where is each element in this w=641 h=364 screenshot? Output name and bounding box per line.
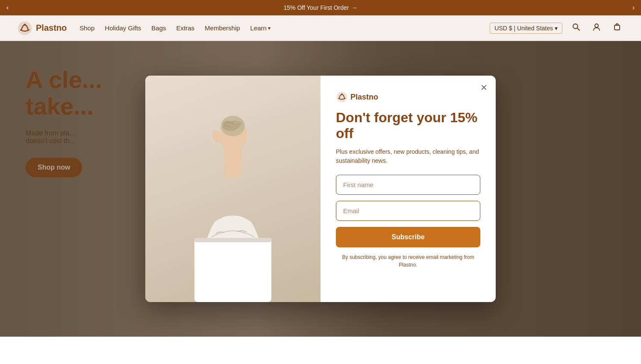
currency-selector[interactable]: USD $ | United States ▾ xyxy=(490,23,562,34)
modal-logo-text: Plastno xyxy=(350,93,378,102)
modal-disclaimer: By subscribing, you agree to receive ema… xyxy=(336,253,480,269)
email-input[interactable] xyxy=(336,201,480,221)
close-icon: ✕ xyxy=(480,82,488,93)
currency-text: USD $ | United States xyxy=(494,25,553,32)
login-button[interactable] xyxy=(590,21,603,35)
modal-close-button[interactable]: ✕ xyxy=(478,82,490,94)
announcement-prev[interactable]: ‹ xyxy=(6,4,9,12)
svg-point-16 xyxy=(337,92,347,103)
modal-wrapper: ✕ Plastno Don't forget your 15% off Plus… xyxy=(0,41,641,337)
modal-heading: Don't forget your 15% off xyxy=(336,110,480,141)
svg-rect-15 xyxy=(194,238,271,242)
svg-rect-5 xyxy=(615,25,620,30)
announcement-link[interactable]: 15% Off Your First Order → xyxy=(283,4,357,11)
header-left: Plastno Shop Holiday Gifts Bags Extras M… xyxy=(17,21,271,36)
cart-button[interactable] xyxy=(610,21,624,35)
first-name-input[interactable] xyxy=(336,175,480,195)
search-button[interactable] xyxy=(569,21,583,35)
subscribe-button[interactable]: Subscribe xyxy=(336,227,480,247)
hand-illustration xyxy=(194,101,271,178)
modal-form-panel: ✕ Plastno Don't forget your 15% off Plus… xyxy=(320,76,496,302)
hero-section: A cle... take... Made from pla... doesn'… xyxy=(0,41,641,337)
svg-point-0 xyxy=(18,21,32,35)
logo-icon xyxy=(17,21,32,36)
nav-item-extras[interactable]: Extras xyxy=(176,24,195,32)
modal-image-panel xyxy=(145,76,320,302)
modal-logo-icon xyxy=(336,91,348,103)
announcement-bar: ‹ 15% Off Your First Order → › xyxy=(0,0,641,15)
nav-item-holiday-gifts[interactable]: Holiday Gifts xyxy=(105,24,141,32)
logo-text: Plastno xyxy=(36,23,67,33)
svg-line-3 xyxy=(577,28,579,30)
header: Plastno Shop Holiday Gifts Bags Extras M… xyxy=(0,15,641,41)
trash-bag-illustration xyxy=(182,191,284,302)
nav-item-shop[interactable]: Shop xyxy=(79,24,94,32)
modal-container: ✕ Plastno Don't forget your 15% off Plus… xyxy=(145,76,496,302)
nav-item-bags[interactable]: Bags xyxy=(151,24,166,32)
search-icon xyxy=(572,23,580,33)
nav-item-learn[interactable]: Learn xyxy=(250,24,271,32)
person-icon xyxy=(592,23,601,33)
cart-icon xyxy=(613,23,621,33)
logo[interactable]: Plastno xyxy=(17,21,67,36)
announcement-next[interactable]: › xyxy=(632,4,635,12)
currency-chevron-icon: ▾ xyxy=(555,25,558,32)
svg-point-2 xyxy=(573,24,578,29)
announcement-text: 15% Off Your First Order xyxy=(283,4,349,11)
modal-logo: Plastno xyxy=(336,91,480,103)
nav-item-membership[interactable]: Membership xyxy=(205,24,240,32)
header-right: USD $ | United States ▾ xyxy=(490,21,624,35)
svg-point-4 xyxy=(595,24,598,27)
announcement-arrow: → xyxy=(352,4,358,11)
main-nav: Shop Holiday Gifts Bags Extras Membershi… xyxy=(79,24,271,32)
svg-point-17 xyxy=(341,94,343,95)
modal-subtext: Plus exclusive offers, new products, cle… xyxy=(336,147,480,165)
svg-rect-14 xyxy=(194,238,271,302)
svg-point-1 xyxy=(24,23,26,26)
